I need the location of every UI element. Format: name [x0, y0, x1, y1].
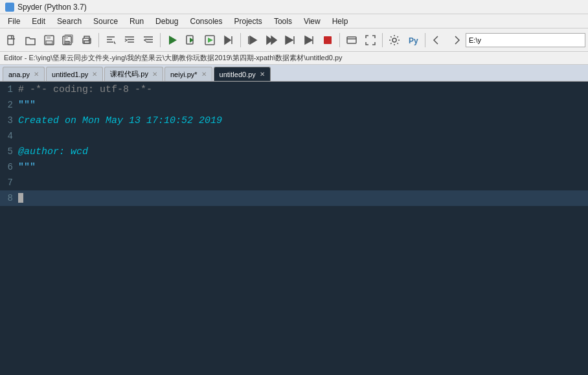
- svg-point-35: [392, 38, 396, 42]
- maximize-button[interactable]: [343, 31, 361, 49]
- svg-marker-31: [305, 36, 312, 44]
- editor-panel[interactable]: 1 # -*- coding: utf-8 -*- 2 """ 3 Create…: [0, 82, 588, 375]
- menu-source[interactable]: Source: [88, 16, 123, 27]
- main-window: Spyder (Python 3.7) File Edit Search Sou…: [0, 0, 588, 375]
- tab-untitled1-close[interactable]: ✕: [92, 71, 97, 78]
- line-num-8: 8: [0, 193, 18, 203]
- line-code-5: @author: wcd: [18, 146, 88, 157]
- print-button[interactable]: [78, 31, 96, 49]
- tab-neiyi[interactable]: neiyi.py* ✕: [164, 67, 212, 81]
- svg-point-10: [89, 39, 90, 40]
- tab-ana-label: ana.py: [8, 71, 30, 78]
- menu-file[interactable]: File: [3, 16, 25, 27]
- svg-marker-25: [250, 36, 256, 44]
- forward-button[interactable]: [447, 31, 465, 49]
- tab-untitled1-label: untitled1.py: [52, 71, 88, 78]
- path-input[interactable]: [466, 33, 585, 47]
- line-4: 4: [0, 128, 588, 144]
- menu-help[interactable]: Help: [327, 16, 354, 27]
- tab-ana[interactable]: ana.py ✕: [3, 67, 45, 81]
- line-num-6: 6: [0, 162, 18, 172]
- line-7: 7: [0, 175, 588, 190]
- toolbar-sep-3: [240, 33, 241, 47]
- svg-marker-29: [286, 36, 293, 44]
- editor-area[interactable]: 1 # -*- coding: utf-8 -*- 2 """ 3 Create…: [0, 82, 588, 375]
- line-num-4: 4: [0, 131, 18, 141]
- line-num-3: 3: [0, 115, 18, 126]
- menu-run[interactable]: Run: [124, 16, 149, 27]
- title-text: Spyder (Python 3.7): [17, 3, 87, 12]
- save-all-button[interactable]: [59, 31, 77, 49]
- open-file-button[interactable]: [21, 31, 40, 49]
- svg-marker-22: [225, 36, 231, 44]
- tabs-bar: ana.py ✕ untitled1.py ✕ 课程代码.py ✕ neiyi.…: [0, 65, 588, 82]
- menu-tools[interactable]: Tools: [269, 16, 297, 27]
- comment-button[interactable]: [102, 31, 120, 49]
- line-8: 8: [0, 190, 588, 206]
- line-code-1: # -*- coding: utf-8 -*-: [18, 84, 152, 95]
- tab-ana-close[interactable]: ✕: [34, 71, 39, 78]
- menu-edit[interactable]: Edit: [27, 16, 51, 27]
- menu-projects[interactable]: Projects: [229, 16, 267, 27]
- toolbar-sep-1: [98, 33, 99, 47]
- app-icon: [5, 3, 14, 12]
- path-bar: Editor - E:\ying\坚果云同步文件夹-ying\我的坚果云\大鹏教…: [0, 52, 588, 65]
- run-button[interactable]: [163, 31, 181, 49]
- debug-last-button[interactable]: [300, 31, 318, 49]
- tab-neiyi-close[interactable]: ✕: [201, 71, 207, 78]
- line-num-5: 5: [0, 146, 18, 157]
- line-num-1: 1: [0, 84, 18, 95]
- fullscreen-button[interactable]: [361, 31, 379, 49]
- svg-marker-27: [271, 36, 277, 44]
- indent-button[interactable]: [120, 31, 139, 49]
- new-file-button[interactable]: [3, 31, 21, 49]
- line-3: 3 Created on Mon May 13 17:10:52 2019: [0, 113, 588, 128]
- menu-debug[interactable]: Debug: [150, 16, 183, 27]
- line-code-8: [18, 193, 23, 204]
- svg-rect-3: [47, 36, 51, 39]
- run-selection-button[interactable]: [201, 31, 219, 49]
- toolbar-sep-4: [339, 33, 340, 47]
- path-text: Editor - E:\ying\坚果云同步文件夹-ying\我的坚果云\大鹏教…: [4, 53, 343, 63]
- line-5: 5 @author: wcd: [0, 144, 588, 159]
- debug-first-button[interactable]: [243, 31, 262, 49]
- line-code-3: Created on Mon May 13 17:10:52 2019: [18, 115, 222, 126]
- settings-button[interactable]: [385, 31, 403, 49]
- svg-rect-0: [8, 36, 14, 45]
- tab-untitled0-label: untitled0.py: [220, 71, 256, 78]
- svg-rect-9: [84, 41, 89, 43]
- svg-rect-4: [46, 41, 52, 44]
- editor-content: 1 # -*- coding: utf-8 -*- 2 """ 3 Create…: [0, 82, 588, 206]
- tab-neiyi-label: neiyi.py*: [170, 71, 198, 78]
- toolbar-sep-2: [160, 33, 161, 47]
- toolbar: Py: [0, 28, 588, 52]
- menu-search[interactable]: Search: [52, 16, 87, 27]
- tab-untitled0[interactable]: untitled0.py ✕: [214, 67, 271, 81]
- python-button[interactable]: Py: [404, 31, 422, 49]
- svg-rect-32: [324, 36, 332, 44]
- tab-untitled0-close[interactable]: ✕: [260, 71, 265, 78]
- toolbar-sep-5: [382, 33, 383, 47]
- tab-course[interactable]: 课程代码.py ✕: [104, 67, 163, 81]
- debug-step2-button[interactable]: [262, 31, 280, 49]
- menu-view[interactable]: View: [299, 16, 326, 27]
- step-button[interactable]: [220, 31, 238, 49]
- debug-continue-button[interactable]: [281, 31, 299, 49]
- tab-course-close[interactable]: ✕: [152, 71, 157, 78]
- save-file-button[interactable]: [40, 31, 58, 49]
- unindent-button[interactable]: [139, 31, 157, 49]
- run-file-button[interactable]: [182, 31, 200, 49]
- svg-marker-21: [208, 38, 213, 43]
- line-6: 6 """: [0, 159, 588, 175]
- svg-rect-33: [347, 37, 356, 43]
- back-button[interactable]: [428, 31, 446, 49]
- toolbar-sep-6: [425, 33, 425, 47]
- menu-bar: File Edit Search Source Run Debug Consol…: [0, 14, 588, 28]
- line-num-7: 7: [0, 177, 18, 188]
- debug-stop-button[interactable]: [319, 31, 337, 49]
- tab-course-label: 课程代码.py: [110, 69, 148, 79]
- menu-consoles[interactable]: Consoles: [185, 16, 227, 27]
- title-bar: Spyder (Python 3.7): [0, 0, 588, 14]
- line-code-6: """: [18, 162, 36, 173]
- tab-untitled1[interactable]: untitled1.py ✕: [46, 67, 103, 81]
